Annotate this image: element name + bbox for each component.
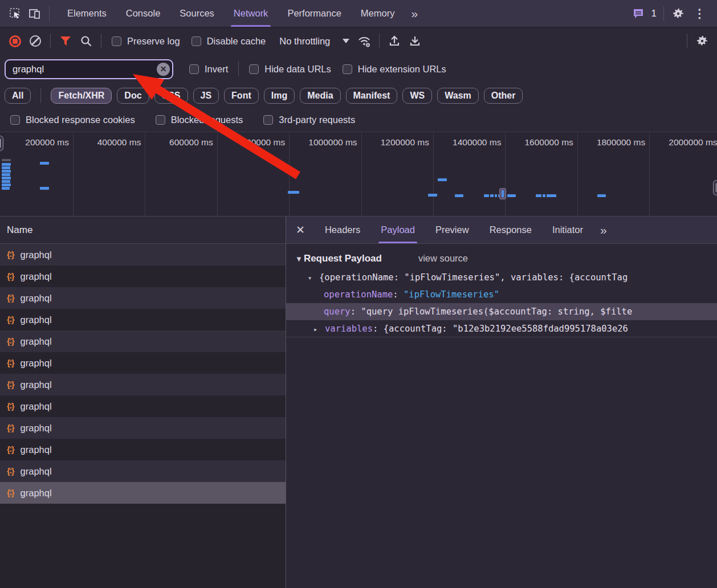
request-row[interactable]: {∶}graphql [0, 309, 286, 330]
clear-filter-icon[interactable]: ✕ [157, 63, 170, 76]
close-details-icon[interactable]: ✕ [286, 223, 315, 236]
throttling-select[interactable]: No throttling [279, 36, 349, 47]
network-overview-timeline[interactable]: 200000 ms400000 ms600000 ms800000 ms1000… [0, 132, 717, 217]
checkbox-label: Disable cache [207, 36, 266, 47]
chip-doc[interactable]: Doc [117, 88, 149, 104]
details-tab-strip: ✕ HeadersPayloadPreviewResponseInitiator… [286, 217, 717, 244]
chip-all[interactable]: All [5, 88, 31, 104]
overview-right-handle[interactable] [713, 180, 717, 195]
search-icon[interactable] [76, 31, 96, 51]
waterfall-bar [40, 162, 49, 165]
chip-wasm[interactable]: Wasm [437, 88, 479, 104]
request-name: graphql [21, 336, 52, 347]
request-name: graphql [21, 444, 52, 455]
overview-left-handle[interactable] [0, 136, 3, 151]
checkbox-hide-data-urls[interactable]: Hide data URLs [249, 64, 331, 75]
tab-memory[interactable]: Memory [351, 0, 405, 27]
request-name: graphql [21, 271, 52, 282]
chip-media[interactable]: Media [300, 88, 340, 104]
tab-console[interactable]: Console [116, 0, 170, 27]
timeline-gridline [289, 132, 290, 216]
detail-tab-headers[interactable]: Headers [315, 217, 370, 243]
device-toolbar-icon[interactable] [25, 4, 44, 23]
name-column-header[interactable]: Name [0, 217, 286, 244]
request-row[interactable]: {∶}graphql [0, 287, 286, 309]
network-conditions-icon[interactable] [354, 31, 374, 51]
more-detail-tabs-icon[interactable]: » [593, 223, 613, 237]
checkbox-3rd-party-requests[interactable]: 3rd-party requests [263, 115, 355, 125]
tab-elements[interactable]: Elements [58, 0, 116, 27]
checkbox-preserve-log[interactable]: Preserve log [112, 36, 180, 47]
request-row[interactable]: {∶}graphql [0, 244, 286, 266]
collapse-section-icon[interactable]: ▼ [295, 255, 303, 263]
request-row[interactable]: {∶}graphql [0, 482, 286, 504]
filter-input[interactable] [5, 59, 173, 79]
chip-js[interactable]: JS [193, 88, 219, 104]
fetch-json-icon: {∶} [7, 250, 14, 260]
fetch-json-icon: {∶} [7, 466, 14, 476]
record-network-log-button[interactable] [5, 31, 25, 51]
timeline-gridline [433, 132, 434, 216]
chip-fetch-xhr[interactable]: Fetch/XHR [51, 88, 112, 104]
fetch-json-icon: {∶} [7, 293, 14, 303]
panel-tabs: ElementsConsoleSourcesNetworkPerformance… [58, 0, 404, 27]
request-row[interactable]: {∶}graphql [0, 395, 286, 417]
checkbox-label: 3rd-party requests [279, 115, 355, 125]
detail-tab-preview[interactable]: Preview [425, 217, 479, 243]
tab-sources[interactable]: Sources [170, 0, 224, 27]
chip-manifest[interactable]: Manifest [346, 88, 398, 104]
chip-font[interactable]: Font [224, 88, 259, 104]
request-row[interactable]: {∶}graphql [0, 266, 286, 287]
checkbox-label: Hide data URLs [264, 64, 331, 75]
timeline-gridline [145, 132, 145, 216]
chip-ws[interactable]: WS [402, 88, 432, 104]
issues-icon[interactable] [629, 4, 648, 23]
chip-other[interactable]: Other [484, 88, 523, 104]
expander-icon[interactable]: ▸ [313, 321, 325, 337]
waterfall-bar [536, 194, 541, 197]
checkbox-label: Preserve log [127, 36, 180, 47]
checkbox-box [249, 64, 259, 74]
payload-row-operationName[interactable]: operationName: "ipFlowTimeseries" [286, 286, 717, 303]
request-name: graphql [21, 379, 52, 390]
more-panels-icon[interactable]: » [404, 7, 423, 21]
detail-tab-payload[interactable]: Payload [370, 217, 425, 243]
request-row[interactable]: {∶}graphql [0, 374, 286, 395]
filter-funnel-icon[interactable] [55, 31, 76, 51]
request-name: graphql [21, 466, 52, 477]
payload-row-variables[interactable]: ▸variables: {accountTag: "b12e3b2192ee55… [286, 320, 717, 337]
export-har-icon[interactable] [405, 31, 425, 51]
payload-row-query[interactable]: query: "query ipFlowTimeseries($accountT… [286, 303, 717, 320]
divider [50, 34, 51, 48]
detail-tab-initiator[interactable]: Initiator [542, 217, 593, 243]
network-settings-gear-icon[interactable] [692, 31, 712, 51]
request-row[interactable]: {∶}graphql [0, 439, 286, 460]
chip-css[interactable]: CSS [154, 88, 188, 104]
expander-icon[interactable]: ▾ [308, 270, 319, 286]
request-row[interactable]: {∶}graphql [0, 330, 286, 352]
tab-performance[interactable]: Performance [278, 0, 351, 27]
waterfall-bar [2, 170, 11, 173]
checkbox-invert[interactable]: Invert [189, 64, 228, 75]
checkbox-disable-cache[interactable]: Disable cache [192, 36, 266, 47]
settings-gear-icon[interactable] [669, 4, 688, 23]
tab-network[interactable]: Network [224, 0, 278, 27]
import-har-icon[interactable] [384, 31, 405, 51]
waterfall-bar [2, 166, 10, 169]
request-row[interactable]: {∶}graphql [0, 352, 286, 374]
view-source-link[interactable]: view source [418, 253, 468, 264]
detail-tab-response[interactable]: Response [479, 217, 542, 243]
chip-img[interactable]: Img [264, 88, 295, 104]
request-row[interactable]: {∶}graphql [0, 460, 286, 482]
inspect-element-icon[interactable] [6, 4, 25, 23]
timeline-tick-label: 2000000 ms [654, 137, 717, 148]
payload-root-row[interactable]: ▾{operationName: "ipFlowTimeseries", var… [286, 269, 717, 286]
clear-network-log-button[interactable] [25, 31, 46, 51]
request-row[interactable]: {∶}graphql [0, 417, 286, 439]
more-options-icon[interactable]: ⋮ [688, 7, 711, 21]
payload-key: query [324, 307, 351, 317]
checkbox-blocked-response-cookies[interactable]: Blocked response cookies [10, 115, 135, 125]
waterfall-bar [495, 194, 497, 197]
checkbox-blocked-requests[interactable]: Blocked requests [156, 115, 243, 125]
checkbox-hide-extension-urls[interactable]: Hide extension URLs [343, 64, 446, 75]
